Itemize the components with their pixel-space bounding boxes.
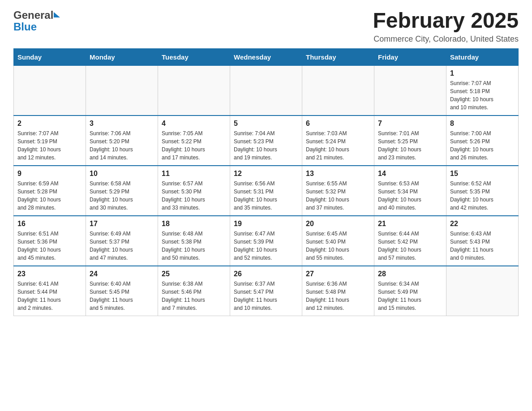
- calendar-day: 26Sunrise: 6:37 AMSunset: 5:47 PMDayligh…: [230, 266, 302, 316]
- day-number: 16: [17, 220, 82, 228]
- calendar-day: 1Sunrise: 7:07 AMSunset: 5:18 PMDaylight…: [446, 65, 519, 116]
- calendar-day: [302, 65, 374, 116]
- calendar-day: [230, 65, 302, 116]
- calendar-day: [374, 65, 446, 116]
- calendar-day: [446, 266, 519, 316]
- day-info: Sunrise: 6:41 AMSunset: 5:44 PMDaylight:…: [17, 280, 82, 312]
- day-info: Sunrise: 7:00 AMSunset: 5:26 PMDaylight:…: [450, 129, 515, 162]
- day-number: 22: [450, 220, 515, 228]
- day-number: 3: [90, 120, 154, 128]
- day-info: Sunrise: 6:40 AMSunset: 5:45 PMDaylight:…: [90, 280, 154, 312]
- header-day-friday: Friday: [374, 48, 446, 65]
- day-number: 15: [450, 170, 515, 178]
- calendar-day: 15Sunrise: 6:52 AMSunset: 5:35 PMDayligh…: [446, 166, 519, 216]
- day-info: Sunrise: 7:07 AMSunset: 5:19 PMDaylight:…: [17, 129, 82, 162]
- week-row-5: 23Sunrise: 6:41 AMSunset: 5:44 PMDayligh…: [14, 266, 519, 316]
- calendar-day: 9Sunrise: 6:59 AMSunset: 5:28 PMDaylight…: [14, 166, 86, 216]
- week-row-4: 16Sunrise: 6:51 AMSunset: 5:36 PMDayligh…: [14, 216, 519, 266]
- day-info: Sunrise: 6:57 AMSunset: 5:30 PMDaylight:…: [162, 180, 226, 212]
- header-day-monday: Monday: [86, 48, 158, 65]
- day-info: Sunrise: 7:07 AMSunset: 5:18 PMDaylight:…: [450, 79, 515, 111]
- day-info: Sunrise: 6:48 AMSunset: 5:38 PMDaylight:…: [162, 230, 226, 262]
- title-section: February 2025 Commerce City, Colorado, U…: [373, 9, 519, 44]
- day-number: 21: [378, 220, 442, 228]
- header-day-saturday: Saturday: [446, 48, 519, 65]
- day-info: Sunrise: 7:06 AMSunset: 5:20 PMDaylight:…: [90, 129, 154, 162]
- day-info: Sunrise: 6:34 AMSunset: 5:49 PMDaylight:…: [378, 280, 442, 312]
- day-number: 28: [378, 270, 442, 278]
- week-row-2: 2Sunrise: 7:07 AMSunset: 5:19 PMDaylight…: [14, 116, 519, 166]
- page-header: General Blue February 2025 Commerce City…: [13, 9, 519, 44]
- calendar-day: 25Sunrise: 6:38 AMSunset: 5:46 PMDayligh…: [158, 266, 230, 316]
- logo-blue-text: Blue: [13, 21, 37, 33]
- calendar-day: [14, 65, 86, 116]
- day-number: 11: [162, 170, 226, 178]
- month-year-title: February 2025: [373, 9, 519, 33]
- day-info: Sunrise: 6:38 AMSunset: 5:46 PMDaylight:…: [162, 280, 226, 312]
- calendar-day: 17Sunrise: 6:49 AMSunset: 5:37 PMDayligh…: [86, 216, 158, 266]
- logo: General Blue: [13, 9, 60, 33]
- week-row-3: 9Sunrise: 6:59 AMSunset: 5:28 PMDaylight…: [14, 166, 519, 216]
- day-info: Sunrise: 6:45 AMSunset: 5:40 PMDaylight:…: [306, 230, 370, 262]
- logo-arrow-icon: [54, 12, 60, 17]
- calendar-day: 20Sunrise: 6:45 AMSunset: 5:40 PMDayligh…: [302, 216, 374, 266]
- calendar-day: 6Sunrise: 7:03 AMSunset: 5:24 PMDaylight…: [302, 116, 374, 166]
- calendar-day: 4Sunrise: 7:05 AMSunset: 5:22 PMDaylight…: [158, 116, 230, 166]
- day-info: Sunrise: 6:58 AMSunset: 5:29 PMDaylight:…: [90, 180, 154, 212]
- day-info: Sunrise: 6:37 AMSunset: 5:47 PMDaylight:…: [234, 280, 298, 312]
- calendar-day: [158, 65, 230, 116]
- day-number: 25: [162, 270, 226, 278]
- calendar-day: 8Sunrise: 7:00 AMSunset: 5:26 PMDaylight…: [446, 116, 519, 166]
- day-info: Sunrise: 7:03 AMSunset: 5:24 PMDaylight:…: [306, 129, 370, 162]
- calendar-day: 24Sunrise: 6:40 AMSunset: 5:45 PMDayligh…: [86, 266, 158, 316]
- day-info: Sunrise: 6:43 AMSunset: 5:43 PMDaylight:…: [450, 230, 515, 262]
- calendar-day: 21Sunrise: 6:44 AMSunset: 5:42 PMDayligh…: [374, 216, 446, 266]
- day-number: 9: [17, 170, 82, 178]
- calendar-day: 13Sunrise: 6:55 AMSunset: 5:32 PMDayligh…: [302, 166, 374, 216]
- calendar-day: 22Sunrise: 6:43 AMSunset: 5:43 PMDayligh…: [446, 216, 519, 266]
- header-day-tuesday: Tuesday: [158, 48, 230, 65]
- day-info: Sunrise: 6:55 AMSunset: 5:32 PMDaylight:…: [306, 180, 370, 212]
- day-number: 5: [234, 120, 298, 128]
- calendar-header: SundayMondayTuesdayWednesdayThursdayFrid…: [14, 48, 519, 65]
- header-day-wednesday: Wednesday: [230, 48, 302, 65]
- day-number: 13: [306, 170, 370, 178]
- calendar-day: [86, 65, 158, 116]
- day-number: 19: [234, 220, 298, 228]
- calendar-day: 14Sunrise: 6:53 AMSunset: 5:34 PMDayligh…: [374, 166, 446, 216]
- calendar-day: 11Sunrise: 6:57 AMSunset: 5:30 PMDayligh…: [158, 166, 230, 216]
- calendar-day: 16Sunrise: 6:51 AMSunset: 5:36 PMDayligh…: [14, 216, 86, 266]
- calendar-day: 19Sunrise: 6:47 AMSunset: 5:39 PMDayligh…: [230, 216, 302, 266]
- day-info: Sunrise: 6:59 AMSunset: 5:28 PMDaylight:…: [17, 180, 82, 212]
- header-row: SundayMondayTuesdayWednesdayThursdayFrid…: [14, 48, 519, 65]
- day-number: 7: [378, 120, 442, 128]
- day-info: Sunrise: 7:05 AMSunset: 5:22 PMDaylight:…: [162, 129, 226, 162]
- day-number: 10: [90, 170, 154, 178]
- day-info: Sunrise: 7:04 AMSunset: 5:23 PMDaylight:…: [234, 129, 298, 162]
- day-info: Sunrise: 6:47 AMSunset: 5:39 PMDaylight:…: [234, 230, 298, 262]
- day-number: 23: [17, 270, 82, 278]
- day-number: 27: [306, 270, 370, 278]
- calendar-day: 23Sunrise: 6:41 AMSunset: 5:44 PMDayligh…: [14, 266, 86, 316]
- day-info: Sunrise: 6:49 AMSunset: 5:37 PMDaylight:…: [90, 230, 154, 262]
- calendar-day: 27Sunrise: 6:36 AMSunset: 5:48 PMDayligh…: [302, 266, 374, 316]
- day-number: 2: [17, 120, 82, 128]
- day-number: 24: [90, 270, 154, 278]
- calendar-table: SundayMondayTuesdayWednesdayThursdayFrid…: [13, 48, 519, 316]
- calendar-day: 7Sunrise: 7:01 AMSunset: 5:25 PMDaylight…: [374, 116, 446, 166]
- day-number: 8: [450, 120, 515, 128]
- calendar-day: 18Sunrise: 6:48 AMSunset: 5:38 PMDayligh…: [158, 216, 230, 266]
- day-info: Sunrise: 6:52 AMSunset: 5:35 PMDaylight:…: [450, 180, 515, 212]
- calendar-day: 12Sunrise: 6:56 AMSunset: 5:31 PMDayligh…: [230, 166, 302, 216]
- logo-general-text: General: [13, 9, 53, 21]
- day-number: 4: [162, 120, 226, 128]
- day-number: 6: [306, 120, 370, 128]
- calendar-body: 1Sunrise: 7:07 AMSunset: 5:18 PMDaylight…: [14, 65, 519, 316]
- day-number: 18: [162, 220, 226, 228]
- day-info: Sunrise: 6:56 AMSunset: 5:31 PMDaylight:…: [234, 180, 298, 212]
- calendar-day: 5Sunrise: 7:04 AMSunset: 5:23 PMDaylight…: [230, 116, 302, 166]
- day-number: 1: [450, 69, 515, 77]
- day-number: 14: [378, 170, 442, 178]
- day-number: 17: [90, 220, 154, 228]
- calendar-day: 3Sunrise: 7:06 AMSunset: 5:20 PMDaylight…: [86, 116, 158, 166]
